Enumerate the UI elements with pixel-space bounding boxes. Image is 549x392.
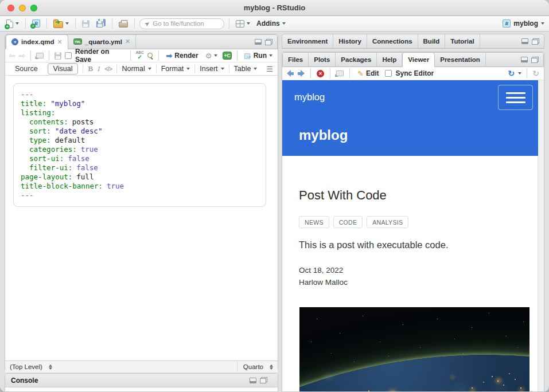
- tab-tutorial[interactable]: Tutorial: [445, 34, 480, 48]
- minimize-pane-icon[interactable]: [521, 38, 528, 44]
- chevron-down-icon[interactable]: [518, 72, 521, 75]
- tab-files[interactable]: Files: [283, 52, 309, 66]
- blog-post: Post With Code NEWS CODE ANALYSIS This i…: [282, 156, 538, 392]
- new-file-button[interactable]: +: [5, 18, 21, 29]
- new-project-icon: R+: [32, 19, 40, 28]
- sync-editor-label: Sync Editor: [396, 69, 434, 77]
- maximize-pane-icon[interactable]: [265, 39, 272, 45]
- visual-mode-button[interactable]: Visual: [48, 63, 79, 75]
- format-dropdown[interactable]: Format: [161, 65, 190, 73]
- print-button[interactable]: [117, 18, 130, 29]
- new-file-icon: +: [6, 19, 13, 28]
- chevron-down-icon: [65, 22, 69, 25]
- code-button[interactable]: </>: [104, 66, 112, 72]
- up-down-icon: [49, 364, 52, 370]
- yaml-metadata-block[interactable]: --- title:"myblog" listing: contents:pos…: [13, 83, 266, 207]
- tab-quarto-yml[interactable]: YML _quarto.yml ✕: [68, 34, 136, 49]
- hamburger-menu-button[interactable]: [498, 85, 533, 110]
- maximize-pane-icon[interactable]: [531, 57, 539, 63]
- forward-icon[interactable]: ⇨: [19, 52, 26, 60]
- goto-file-input[interactable]: ➤ Go to file/function: [139, 18, 224, 29]
- project-menu-button[interactable]: R myblog: [503, 19, 544, 28]
- maximize-pane-icon[interactable]: [260, 377, 267, 383]
- quarto-file-icon: ●: [11, 38, 18, 45]
- insert-dropdown[interactable]: Insert: [200, 65, 224, 73]
- file-type-selector[interactable]: Quarto: [237, 361, 273, 373]
- viewer-pane: Files Plots Packages Help Viewer Present…: [282, 52, 544, 392]
- paragraph-style-dropdown[interactable]: Normal: [122, 65, 151, 73]
- viewer-back-button[interactable]: [287, 70, 294, 77]
- workspace-panes-button[interactable]: [234, 19, 252, 29]
- show-in-new-window-icon[interactable]: [36, 53, 44, 58]
- gear-icon: ⚙: [205, 52, 212, 60]
- tab-connections[interactable]: Connections: [367, 34, 418, 48]
- tab-history[interactable]: History: [333, 34, 367, 48]
- run-button[interactable]: Run: [243, 50, 274, 61]
- tab-presentation[interactable]: Presentation: [435, 52, 486, 66]
- yaml-line: ---: [21, 90, 259, 99]
- goto-arrow-icon: ➤: [143, 19, 151, 28]
- addins-button[interactable]: Addins: [255, 18, 287, 29]
- close-tab-icon[interactable]: ✕: [57, 38, 63, 46]
- source-mode-button[interactable]: Source: [10, 64, 43, 74]
- find-replace-icon[interactable]: [147, 53, 154, 59]
- tab-build[interactable]: Build: [418, 34, 446, 48]
- project-name: myblog: [513, 19, 538, 28]
- addins-label: Addins: [256, 19, 280, 28]
- minimize-pane-icon[interactable]: [255, 39, 262, 45]
- post-thumbnail-earth-image[interactable]: [299, 307, 529, 392]
- navbar-brand[interactable]: myblog: [294, 92, 325, 103]
- save-icon[interactable]: [54, 52, 61, 60]
- maximize-pane-icon[interactable]: [532, 38, 539, 45]
- save-all-button[interactable]: [94, 18, 107, 29]
- sync-refresh-icon[interactable]: ↻: [508, 69, 515, 77]
- tab-index-qmd[interactable]: ● index.qmd ✕: [6, 34, 68, 49]
- yaml-line: title-block-banner:true: [21, 182, 259, 191]
- tab-packages[interactable]: Packages: [336, 52, 377, 66]
- table-dropdown[interactable]: Table: [234, 65, 258, 73]
- minimize-pane-icon[interactable]: [521, 57, 528, 62]
- open-file-button[interactable]: ➜: [52, 18, 71, 29]
- new-project-button[interactable]: R+: [30, 18, 42, 29]
- viewer-forward-button[interactable]: [298, 70, 305, 77]
- category-badge[interactable]: CODE: [333, 216, 363, 228]
- minimize-pane-icon[interactable]: [250, 378, 256, 383]
- editor-tab-bar: ● index.qmd ✕ YML _quarto.yml ✕: [5, 34, 278, 49]
- chevron-down-icon: [254, 68, 257, 70]
- up-down-icon: [270, 364, 273, 370]
- edit-label: Edit: [366, 69, 379, 77]
- tab-environment[interactable]: Environment: [282, 34, 333, 48]
- tab-help[interactable]: Help: [377, 52, 402, 66]
- outline-toggle-icon[interactable]: ☰: [266, 65, 273, 73]
- scope-selector[interactable]: (Top Level): [10, 363, 52, 370]
- category-badge[interactable]: NEWS: [299, 216, 329, 228]
- close-tab-icon[interactable]: ✕: [125, 38, 130, 45]
- chevron-down-icon: [15, 22, 19, 25]
- save-button[interactable]: [80, 19, 91, 29]
- viewer-scrollbar[interactable]: [538, 80, 544, 392]
- tab-viewer[interactable]: Viewer: [402, 52, 435, 67]
- render-options-button[interactable]: ⚙: [204, 51, 220, 61]
- chevron-down-icon: [148, 68, 151, 70]
- show-in-new-window-icon[interactable]: [336, 70, 344, 76]
- back-icon[interactable]: ⇦: [9, 52, 15, 60]
- yaml-line: sort-ui:false: [21, 154, 259, 163]
- insert-chunk-button[interactable]: +C: [223, 52, 231, 60]
- visual-editor-body[interactable]: --- title:"myblog" listing: contents:pos…: [5, 76, 278, 360]
- edit-button[interactable]: ✎ Edit: [356, 68, 381, 79]
- console-header[interactable]: Console: [5, 374, 278, 387]
- spellcheck-icon[interactable]: ABC✓: [136, 51, 144, 60]
- yaml-line: type:default: [21, 136, 259, 145]
- chevron-down-icon: [247, 22, 250, 25]
- sync-editor-checkbox[interactable]: [385, 70, 392, 77]
- refresh-icon[interactable]: ↻: [532, 69, 539, 77]
- render-on-save-checkbox[interactable]: [65, 52, 72, 59]
- render-button[interactable]: ➡ Render: [164, 50, 200, 61]
- visual-editor-format-bar: Source Visual B I </> Normal Format Inse…: [5, 62, 278, 76]
- stop-icon[interactable]: ✕: [317, 70, 324, 77]
- bold-button[interactable]: B: [88, 64, 93, 73]
- tab-plots[interactable]: Plots: [309, 52, 336, 66]
- italic-button[interactable]: I: [98, 64, 100, 73]
- post-title[interactable]: Post With Code: [299, 188, 528, 203]
- category-badge[interactable]: ANALYSIS: [367, 216, 408, 228]
